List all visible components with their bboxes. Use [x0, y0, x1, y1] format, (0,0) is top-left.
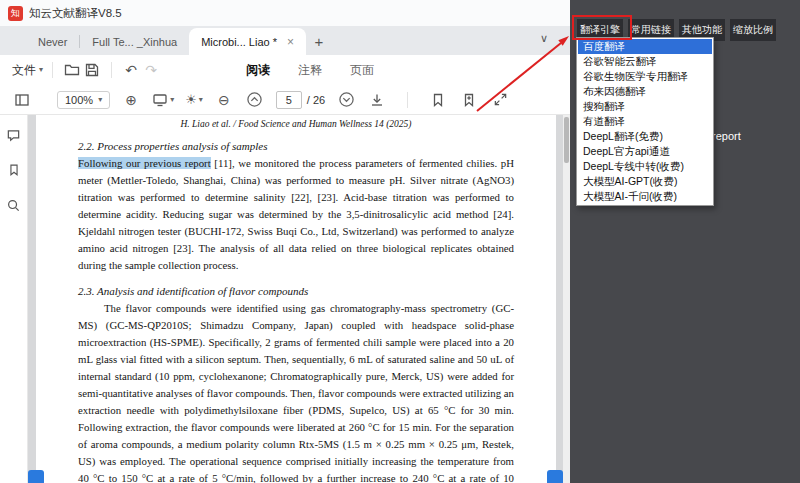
engine-option[interactable]: 大模型AI-千问(收费)	[578, 189, 712, 204]
new-tab-button[interactable]: +	[306, 28, 332, 55]
chevron-up-circle-icon	[246, 91, 263, 108]
tab-label: Microbi... Liao *	[201, 36, 277, 48]
save-button[interactable]	[82, 60, 102, 80]
zoom-value: 100%	[65, 94, 93, 106]
tab-annotate-mode[interactable]: 注释	[298, 62, 322, 79]
open-folder-button[interactable]	[62, 60, 82, 80]
engine-option[interactable]: DeepL官方api通道	[578, 144, 712, 159]
tab-page-mode[interactable]: 页面	[350, 62, 374, 79]
app-window: 知 知云文献翻译V8.5 Never Full Te... _Xinhua Mi…	[0, 0, 800, 483]
brightness-button[interactable]: ☀ ▾	[185, 93, 203, 106]
bookmark-button[interactable]	[428, 90, 448, 110]
zoom-in-icon: ⊕	[125, 93, 137, 107]
engine-option-baidu[interactable]: 百度翻译	[578, 39, 712, 54]
left-rail	[0, 115, 28, 483]
app-logo-icon: 知	[8, 6, 23, 21]
caret-down-icon: ▾	[170, 96, 174, 104]
download-icon	[369, 92, 385, 108]
engine-option[interactable]: 大模型AI-GPT(收费)	[578, 174, 712, 189]
page-number-input[interactable]: 5	[276, 91, 302, 109]
file-menu-label: 文件	[12, 62, 36, 79]
page-toolbar: 100% ▾ ⊕ ▾ ☀ ▾ ⊖ 5 / 26	[0, 85, 570, 115]
pdf-reader-area: 知 知云文献翻译V8.5 Never Full Te... _Xinhua Mi…	[0, 0, 570, 483]
translate-float-button[interactable]	[547, 470, 563, 483]
zoom-select[interactable]: 100% ▾	[57, 91, 110, 109]
view-mode-tabs: 阅读 注释 页面	[246, 55, 374, 85]
running-header: H. Liao et al. / Food Science and Human …	[78, 119, 514, 129]
bookmark-icon	[430, 92, 446, 108]
next-page-button[interactable]	[336, 90, 356, 110]
titlebar: 知 知云文献翻译V8.5	[0, 0, 570, 26]
pdf-page: H. Liao et al. / Food Science and Human …	[36, 115, 556, 483]
page-total-label: / 26	[307, 94, 325, 106]
expand-icon	[493, 92, 508, 107]
paragraph-flavor-compounds: The flavor compounds were identified usi…	[78, 300, 514, 483]
document-area: H. Liao et al. / Food Science and Human …	[28, 115, 570, 483]
translation-panel: 翻译引擎 常用链接 其他功能 缩放比例 百度翻译 谷歌智能云翻译 谷歌生物医学专…	[570, 0, 800, 483]
engine-option[interactable]: 谷歌智能云翻译	[578, 54, 712, 69]
comments-panel-button[interactable]	[4, 125, 24, 145]
chevron-down-icon[interactable]: ∨	[540, 32, 548, 45]
selected-text-highlight[interactable]: Following our previous report	[78, 157, 211, 169]
engine-option[interactable]: 谷歌生物医学专用翻译	[578, 69, 712, 84]
add-bookmark-button[interactable]	[459, 90, 479, 110]
engine-option[interactable]: DeepL专线中转(收费)	[578, 159, 712, 174]
section-heading-2-2: 2.2. Process properties analysis of samp…	[78, 140, 514, 152]
search-panel-button[interactable]	[4, 195, 24, 215]
save-icon	[84, 62, 100, 78]
bookmark-icon	[7, 163, 21, 177]
sidebar-toggle-icon	[14, 92, 30, 108]
previous-page-button[interactable]	[245, 90, 265, 110]
toolbar-divider	[52, 62, 53, 78]
page-indicator: 5 / 26	[276, 91, 325, 109]
search-icon	[6, 198, 21, 213]
zoom-out-button[interactable]: ⊖	[214, 90, 234, 110]
tab-fulltext-xinhua[interactable]: Full Te... _Xinhua	[80, 28, 189, 55]
zoom-out-icon: ⊖	[218, 93, 230, 107]
result-text: report	[712, 130, 741, 142]
file-menu[interactable]: 文件 ▾	[12, 62, 43, 79]
menu-zoom-ratio[interactable]: 缩放比例	[730, 19, 776, 41]
app-title: 知云文献翻译V8.5	[29, 6, 122, 21]
display-mode-button[interactable]: ▾	[152, 92, 174, 108]
redo-button[interactable]: ↷	[141, 60, 161, 80]
engine-option[interactable]: 有道翻译	[578, 114, 712, 129]
engine-option[interactable]: 搜狗翻译	[578, 99, 712, 114]
paragraph-process-properties: Following our previous report [11], we m…	[78, 155, 514, 274]
sidebar-toggle-button[interactable]	[12, 90, 32, 110]
engine-option[interactable]: 布来因德翻译	[578, 84, 712, 99]
tab-label: Full Te... _Xinhua	[92, 36, 177, 48]
caret-down-icon: ▾	[98, 96, 102, 104]
main-toolbar: 文件 ▾ ↶ ↷ 阅读 注释 页面	[0, 55, 570, 85]
tab-read-mode[interactable]: 阅读	[246, 62, 270, 79]
section-heading-2-3: 2.3. Analysis and identification of flav…	[78, 285, 514, 297]
paragraph-text: [11], we monitored the process parameter…	[78, 157, 514, 271]
tab-never[interactable]: Never	[26, 28, 79, 55]
tab-label: Never	[38, 36, 67, 48]
redo-icon: ↷	[145, 63, 157, 77]
undo-icon: ↶	[125, 63, 137, 77]
undo-button[interactable]: ↶	[121, 60, 141, 80]
tab-microbi-liao[interactable]: Microbi... Liao * ×	[189, 28, 306, 55]
translate-float-button[interactable]	[28, 470, 44, 483]
toolbar-divider	[111, 62, 112, 78]
close-icon[interactable]: ×	[287, 36, 294, 48]
comment-icon	[6, 128, 21, 143]
bookmark-add-icon	[461, 92, 477, 108]
download-button[interactable]	[367, 90, 387, 110]
tab-strip: Never Full Te... _Xinhua Microbi... Liao…	[0, 26, 570, 55]
scrollbar-thumb[interactable]	[564, 117, 569, 163]
translation-engine-dropdown: 百度翻译 谷歌智能云翻译 谷歌生物医学专用翻译 布来因德翻译 搜狗翻译 有道翻译…	[576, 37, 714, 206]
bookmarks-panel-button[interactable]	[4, 160, 24, 180]
folder-open-icon	[64, 62, 80, 78]
toolbar-divider	[407, 92, 408, 108]
caret-down-icon: ▾	[39, 66, 43, 74]
engine-option[interactable]: DeepL翻译(免费)	[578, 129, 712, 144]
brightness-icon: ☀	[185, 93, 197, 106]
zoom-in-button[interactable]: ⊕	[121, 90, 141, 110]
document-scrollbar[interactable]	[563, 115, 570, 483]
fullscreen-button[interactable]	[490, 90, 510, 110]
display-mode-icon	[152, 92, 168, 108]
chevron-down-circle-icon	[338, 91, 355, 108]
caret-down-icon: ▾	[199, 96, 203, 104]
